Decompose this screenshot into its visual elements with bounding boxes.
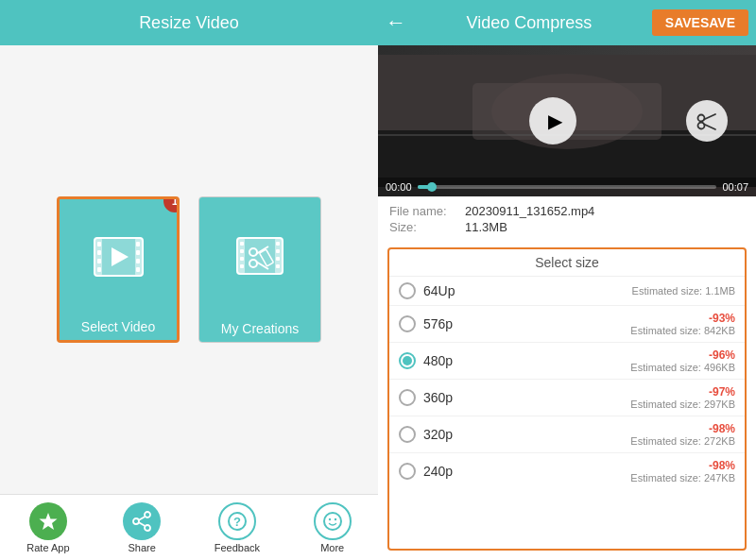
play-button[interactable]: ▶ xyxy=(529,97,576,144)
file-info: File name: 20230911_131652.mp4 Size: 11.… xyxy=(378,196,756,244)
time-end: 00:07 xyxy=(722,181,748,193)
star-icon xyxy=(38,511,59,532)
svg-point-37 xyxy=(328,518,330,519)
file-size-value: 11.3MB xyxy=(465,220,507,234)
bottom-nav: Rate App Share ? F xyxy=(0,494,378,560)
progress-bar[interactable] xyxy=(418,185,717,189)
share-label: Share xyxy=(128,542,155,553)
file-name-label: File name: xyxy=(389,204,465,218)
svg-point-45 xyxy=(698,115,705,122)
film-icon xyxy=(93,233,145,280)
rate-app-icon xyxy=(29,502,67,540)
size-details-360p: -97%Estimated size: 297KB xyxy=(630,385,735,410)
svg-line-48 xyxy=(704,125,715,130)
left-header-title: Resize Video xyxy=(139,13,239,33)
size-percent-320p: -98% xyxy=(630,422,735,435)
left-panel: Resize Video 1 xyxy=(0,0,378,560)
size-option-64up[interactable]: 64UpEstimated size: 1.1MB xyxy=(389,277,745,306)
more-label: More xyxy=(320,542,344,553)
size-option-360p[interactable]: 360p-97%Estimated size: 297KB xyxy=(389,380,745,416)
size-option-240p[interactable]: 240p-98%Estimated size: 247KB xyxy=(389,453,745,489)
size-details-240p: -98%Estimated size: 247KB xyxy=(630,459,735,484)
left-header: Resize Video xyxy=(0,0,378,45)
time-start: 00:00 xyxy=(386,181,412,193)
share-icon xyxy=(131,511,152,532)
trim-button[interactable] xyxy=(686,100,728,142)
size-label-360p: 360p xyxy=(423,390,630,405)
play-icon: ▶ xyxy=(548,110,562,132)
svg-text:?: ? xyxy=(233,515,241,529)
svg-rect-16 xyxy=(240,249,244,253)
rate-app-label: Rate App xyxy=(26,542,69,553)
size-percent-480p: -96% xyxy=(630,348,735,362)
svg-rect-8 xyxy=(136,250,140,255)
size-label-240p: 240p xyxy=(423,464,630,479)
svg-rect-15 xyxy=(240,242,244,246)
size-options-list: 64UpEstimated size: 1.1MB576p-93%Estimat… xyxy=(389,277,745,489)
size-option-576p[interactable]: 576p-93%Estimated size: 842KB xyxy=(389,306,745,343)
my-creations-label: My Creations xyxy=(199,315,320,342)
my-creations-card[interactable]: My Creations xyxy=(198,196,321,343)
size-percent-360p: -97% xyxy=(630,385,735,399)
svg-rect-18 xyxy=(240,264,244,268)
file-size-row: Size: 11.3MB xyxy=(389,220,745,234)
video-timeline: 00:00 00:07 xyxy=(378,178,756,196)
svg-point-36 xyxy=(324,513,341,530)
more-icon-circle xyxy=(314,502,352,540)
nav-share[interactable]: Share xyxy=(123,502,161,553)
feedback-icon-circle: ? xyxy=(218,502,256,540)
creations-icon xyxy=(235,233,284,280)
scissors-icon xyxy=(696,110,717,131)
size-option-480p[interactable]: 480p-96%Estimated size: 496KB xyxy=(389,343,745,380)
svg-rect-21 xyxy=(276,257,280,261)
back-button[interactable]: ← xyxy=(386,10,406,35)
feedback-label: Feedback xyxy=(215,542,260,553)
right-header-title: Video Compress xyxy=(414,13,644,33)
file-name-value: 20230911_131652.mp4 xyxy=(465,204,594,218)
size-label-64up: 64Up xyxy=(423,283,632,298)
svg-marker-28 xyxy=(39,513,57,530)
svg-point-30 xyxy=(133,518,139,524)
size-estimated-240p: Estimated size: 247KB xyxy=(630,472,735,484)
nav-more[interactable]: More xyxy=(314,502,352,553)
save-button[interactable]: SAVESAVE xyxy=(652,9,748,36)
svg-point-31 xyxy=(145,525,150,531)
svg-rect-17 xyxy=(240,257,244,261)
svg-rect-22 xyxy=(276,264,280,268)
svg-point-38 xyxy=(334,518,335,519)
select-video-label: Select Video xyxy=(60,314,177,340)
size-percent-240p: -98% xyxy=(630,459,735,472)
size-selector-title: Select size xyxy=(389,249,745,277)
nav-rate-app[interactable]: Rate App xyxy=(26,502,69,553)
size-estimated-360p: Estimated size: 297KB xyxy=(630,399,735,410)
radio-576p xyxy=(399,315,416,332)
svg-line-32 xyxy=(139,517,146,520)
radio-240p xyxy=(399,463,416,480)
svg-rect-5 xyxy=(97,259,101,263)
size-label-320p: 320p xyxy=(423,427,630,442)
size-option-320p[interactable]: 320p-98%Estimated size: 272KB xyxy=(389,416,745,453)
more-icon xyxy=(322,511,343,532)
svg-rect-10 xyxy=(136,267,140,272)
select-video-card[interactable]: 1 Select V xyxy=(57,196,180,343)
file-name-row: File name: 20230911_131652.mp4 xyxy=(389,204,745,218)
radio-360p xyxy=(399,389,416,406)
size-label-576p: 576p xyxy=(423,316,630,331)
size-percent-576p: -93% xyxy=(630,312,735,325)
radio-inner-480p xyxy=(403,356,412,365)
svg-line-47 xyxy=(704,114,715,120)
feedback-icon: ? xyxy=(227,511,248,532)
size-estimated-480p: Estimated size: 496KB xyxy=(630,362,735,373)
size-details-64up: Estimated size: 1.1MB xyxy=(632,285,735,297)
progress-dot xyxy=(427,182,437,192)
size-estimated-576p: Estimated size: 842KB xyxy=(630,325,735,336)
size-details-576p: -93%Estimated size: 842KB xyxy=(630,312,735,336)
radio-480p xyxy=(399,352,416,369)
radio-64up xyxy=(399,282,416,299)
file-size-label: Size: xyxy=(389,220,465,234)
svg-point-29 xyxy=(145,512,150,518)
nav-feedback[interactable]: ? Feedback xyxy=(215,502,260,553)
video-preview: ▶ 00:00 00:07 xyxy=(378,45,756,196)
svg-rect-7 xyxy=(136,242,140,246)
svg-rect-6 xyxy=(97,267,101,272)
